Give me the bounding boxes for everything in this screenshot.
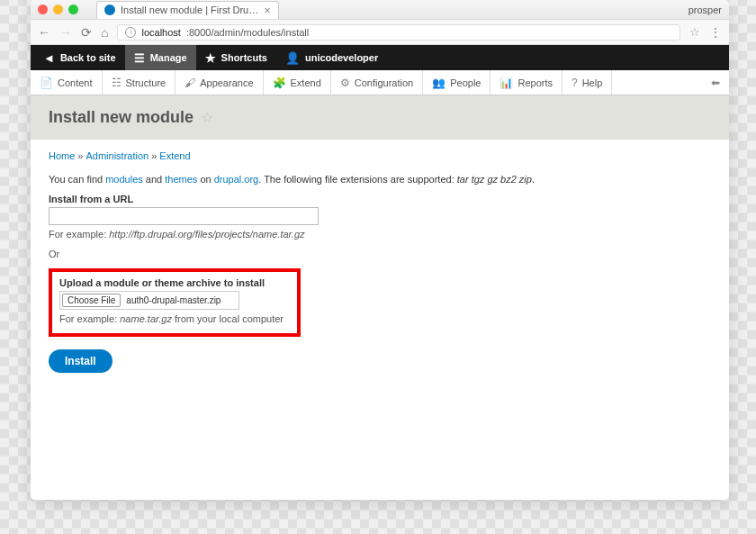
page-title: Install new module xyxy=(49,108,194,127)
toolbar-structure[interactable]: ☷Structure xyxy=(103,70,176,95)
toolbar-help[interactable]: ?Help xyxy=(562,70,612,95)
shortcuts-button[interactable]: ★Shortcuts xyxy=(196,45,276,70)
forward-icon[interactable]: → xyxy=(59,25,72,40)
hamburger-icon: ☰ xyxy=(134,51,145,65)
toolbar-extend[interactable]: 🧩Extend xyxy=(264,70,331,95)
maximize-window-icon[interactable] xyxy=(68,5,78,14)
page-content: Install new module ☆ Home»Administration… xyxy=(31,95,729,500)
install-button[interactable]: Install xyxy=(49,349,112,373)
favicon-icon xyxy=(104,5,115,15)
browser-window: Install new module | First Dru… × prospe… xyxy=(31,0,729,500)
back-icon[interactable]: ← xyxy=(38,25,50,40)
upload-hint: For example: name.tar.gz from your local… xyxy=(59,313,290,324)
profile-name[interactable]: prosper xyxy=(688,5,722,15)
user-icon: 👤 xyxy=(285,51,300,65)
toolbar-reports[interactable]: 📊Reports xyxy=(490,70,562,95)
close-tab-icon[interactable]: × xyxy=(264,5,271,16)
minimize-window-icon[interactable] xyxy=(53,5,63,14)
drupal-link[interactable]: drupal.org xyxy=(214,174,259,185)
toolbar-content[interactable]: 📄Content xyxy=(31,70,103,95)
breadcrumb-home[interactable]: Home xyxy=(49,150,75,161)
url-hint: For example: http://ftp.drupal.org/files… xyxy=(49,229,711,240)
admin-topbar: ◄Back to site ☰Manage ★Shortcuts 👤unicod… xyxy=(31,45,729,70)
toolbar-configuration[interactable]: ⚙Configuration xyxy=(331,70,423,95)
back-to-site-button[interactable]: ◄Back to site xyxy=(34,45,125,70)
manage-button[interactable]: ☰Manage xyxy=(125,45,196,70)
toolbar-orientation-toggle[interactable]: ⬅ xyxy=(702,70,729,95)
bookmark-icon[interactable]: ☆ xyxy=(689,25,700,39)
address-bar: ← → ⟳ ⌂ i localhost:8000/admin/modules/i… xyxy=(31,20,729,45)
star-icon: ★ xyxy=(205,51,216,65)
reload-icon[interactable]: ⟳ xyxy=(81,25,92,40)
close-window-icon[interactable] xyxy=(38,5,48,14)
url-path: :8000/admin/modules/install xyxy=(186,27,309,38)
extend-icon: 🧩 xyxy=(273,77,286,89)
shortcut-star-icon[interactable]: ☆ xyxy=(201,109,213,126)
help-icon: ? xyxy=(572,77,578,89)
breadcrumb-admin[interactable]: Administration xyxy=(86,150,148,161)
choose-file-button[interactable]: Choose File xyxy=(62,294,121,307)
toolbar-appearance[interactable]: 🖌Appearance xyxy=(176,70,263,95)
url-host: localhost xyxy=(141,27,180,38)
browser-tab[interactable]: Install new module | First Dru… × xyxy=(96,1,279,19)
reports-icon: 📊 xyxy=(500,77,513,89)
or-separator: Or xyxy=(49,249,711,259)
structure-icon: ☷ xyxy=(112,77,122,89)
file-input[interactable]: Choose File auth0-drupal-master.zip xyxy=(59,291,239,310)
admin-toolbar: 📄Content ☷Structure 🖌Appearance 🧩Extend … xyxy=(31,70,729,95)
extensions-list: tar tgz gz bz2 zip xyxy=(457,174,532,185)
configuration-icon: ⚙ xyxy=(340,77,350,89)
site-info-icon[interactable]: i xyxy=(125,27,136,38)
modules-link[interactable]: modules xyxy=(105,174,143,185)
toolbar-people[interactable]: 👥People xyxy=(423,70,490,95)
tab-title: Install new module | First Dru… xyxy=(121,5,258,15)
back-arrow-icon: ◄ xyxy=(43,51,55,65)
url-label: Install from a URL xyxy=(49,194,711,204)
people-icon: 👥 xyxy=(432,77,446,89)
url-input[interactable] xyxy=(49,207,319,225)
selected-filename: auth0-drupal-master.zip xyxy=(122,295,224,305)
user-menu-button[interactable]: 👤unicodeveloper xyxy=(276,45,387,70)
intro-text: You can find modules and themes on drupa… xyxy=(49,174,711,185)
breadcrumb-extend[interactable]: Extend xyxy=(159,150,190,161)
content-icon: 📄 xyxy=(40,77,53,89)
url-field[interactable]: i localhost:8000/admin/modules/install xyxy=(117,24,680,41)
themes-link[interactable]: themes xyxy=(165,174,197,185)
home-icon[interactable]: ⌂ xyxy=(101,25,108,40)
browser-menu-icon[interactable]: ⋮ xyxy=(709,25,722,40)
breadcrumb: Home»Administration»Extend xyxy=(49,150,711,161)
upload-section-highlight: Upload a module or theme archive to inst… xyxy=(49,268,301,337)
page-header: Install new module ☆ xyxy=(31,95,729,140)
arrow-left-icon: ⬅ xyxy=(711,77,720,89)
appearance-icon: 🖌 xyxy=(184,77,195,89)
traffic-lights xyxy=(38,5,78,14)
titlebar: Install new module | First Dru… × prospe… xyxy=(31,0,729,20)
upload-label: Upload a module or theme archive to inst… xyxy=(59,277,290,288)
